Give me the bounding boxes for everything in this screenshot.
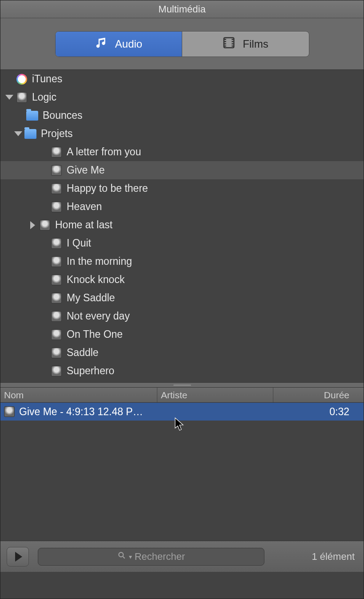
logic-project-icon bbox=[50, 366, 62, 376]
svg-rect-2 bbox=[224, 41, 226, 42]
tree-label: Superhero bbox=[67, 365, 114, 377]
logic-project-icon bbox=[50, 275, 62, 285]
tree-item-project[interactable]: Heaven bbox=[0, 198, 364, 216]
spacer bbox=[40, 312, 48, 321]
search-input[interactable]: ▾ Rechercher bbox=[38, 548, 264, 566]
disclosure-triangle-icon[interactable] bbox=[28, 221, 37, 230]
tree-item-project[interactable]: Not every day bbox=[0, 307, 364, 325]
svg-point-9 bbox=[119, 552, 123, 557]
svg-rect-1 bbox=[224, 39, 226, 40]
tree-label: On The One bbox=[67, 328, 123, 340]
spacer bbox=[16, 111, 24, 120]
source-tree: iTunes Logic Bounces Projets A letter fr… bbox=[0, 70, 364, 382]
toolbar: Audio Films bbox=[0, 18, 364, 70]
spacer bbox=[40, 184, 48, 193]
tab-films[interactable]: Films bbox=[182, 32, 309, 57]
spacer bbox=[5, 75, 14, 84]
tree-item-project[interactable]: I Quit bbox=[0, 234, 364, 252]
play-icon bbox=[15, 552, 22, 562]
spacer bbox=[40, 367, 48, 376]
table-header: Nom Artiste Durée bbox=[0, 388, 364, 403]
tree-label: In the morning bbox=[67, 255, 132, 267]
tree-label: I Quit bbox=[67, 237, 91, 249]
logic-project-icon bbox=[50, 329, 62, 340]
tab-audio[interactable]: Audio bbox=[56, 32, 182, 57]
logic-project-icon bbox=[50, 165, 62, 176]
logic-project-icon bbox=[50, 311, 62, 322]
logic-app-icon bbox=[16, 92, 28, 103]
tree-item-project[interactable]: My Saddle bbox=[0, 289, 364, 307]
tree-item-project[interactable]: Happy to be there bbox=[0, 179, 364, 198]
tab-films-label: Films bbox=[243, 38, 268, 50]
spacer bbox=[40, 294, 48, 303]
spacer bbox=[40, 257, 48, 266]
logic-project-icon bbox=[50, 293, 62, 304]
logic-project-icon bbox=[50, 348, 62, 358]
media-type-segment: Audio Films bbox=[55, 31, 309, 57]
table-row[interactable]: Give Me - 4:9:13 12.48 P…0:32 bbox=[0, 403, 364, 421]
svg-rect-7 bbox=[232, 43, 234, 45]
logic-project-icon bbox=[50, 238, 62, 249]
tree-label: Bounces bbox=[43, 109, 83, 121]
cell-name: Give Me - 4:9:13 12.48 P… bbox=[0, 406, 157, 418]
tree-item-project[interactable]: Give Me bbox=[0, 161, 364, 179]
spacer bbox=[40, 330, 48, 339]
svg-rect-5 bbox=[232, 39, 234, 40]
spacer bbox=[40, 202, 48, 211]
tree-label: Home at last bbox=[55, 219, 112, 231]
play-button[interactable] bbox=[7, 547, 29, 567]
tree-label: Happy to be there bbox=[67, 182, 148, 194]
film-icon bbox=[222, 36, 236, 52]
tree-item-project[interactable]: On The One bbox=[0, 325, 364, 344]
cell-duration: 0:32 bbox=[273, 406, 364, 418]
tree-label: iTunes bbox=[32, 73, 62, 85]
spacer bbox=[40, 166, 48, 175]
cell-name-text: Give Me - 4:9:13 12.48 P… bbox=[19, 406, 143, 418]
column-header-artist[interactable]: Artiste bbox=[157, 388, 273, 402]
tree-label: Give Me bbox=[67, 164, 105, 176]
itunes-icon bbox=[16, 74, 28, 85]
tree-item-project[interactable]: A letter from you bbox=[0, 143, 364, 161]
logic-project-icon bbox=[39, 220, 51, 231]
split-handle[interactable] bbox=[0, 382, 364, 388]
svg-rect-8 bbox=[232, 45, 234, 47]
tree-label: Logic bbox=[32, 91, 56, 103]
search-icon bbox=[117, 551, 126, 563]
logic-project-icon bbox=[4, 406, 15, 417]
tree-label: Not every day bbox=[67, 310, 130, 322]
tree-label: My Saddle bbox=[67, 292, 115, 304]
svg-rect-6 bbox=[232, 41, 234, 42]
tree-item-project[interactable]: Home at last bbox=[0, 216, 364, 234]
tree-item-logic[interactable]: Logic bbox=[0, 88, 364, 106]
folder-icon bbox=[26, 111, 38, 121]
spacer bbox=[40, 239, 48, 248]
folder-icon bbox=[24, 129, 36, 139]
search-placeholder: Rechercher bbox=[135, 551, 185, 563]
column-header-name[interactable]: Nom bbox=[0, 388, 157, 402]
logic-project-icon bbox=[50, 202, 62, 212]
disclosure-triangle-icon[interactable] bbox=[5, 93, 14, 102]
music-note-icon bbox=[95, 36, 108, 52]
tree-item-project[interactable]: Superhero bbox=[0, 362, 364, 380]
window-title: Multimédia bbox=[0, 0, 364, 18]
spacer bbox=[40, 275, 48, 284]
tree-item-itunes[interactable]: iTunes bbox=[0, 70, 364, 88]
tree-label: Heaven bbox=[67, 201, 102, 213]
spacer bbox=[40, 348, 48, 357]
tab-audio-label: Audio bbox=[115, 38, 142, 50]
logic-project-icon bbox=[50, 183, 62, 194]
svg-rect-3 bbox=[224, 43, 226, 45]
tree-item-project[interactable]: Knock knock bbox=[0, 271, 364, 289]
disclosure-triangle-icon[interactable] bbox=[14, 130, 23, 138]
logic-project-icon bbox=[50, 256, 62, 267]
column-header-duration[interactable]: Durée bbox=[273, 388, 364, 402]
logic-project-icon bbox=[50, 147, 62, 158]
tree-label: Knock knock bbox=[67, 274, 124, 286]
tree-label: Projets bbox=[41, 128, 73, 140]
chevron-down-icon: ▾ bbox=[129, 553, 132, 560]
tree-item-bounces[interactable]: Bounces bbox=[0, 106, 364, 125]
spacer bbox=[40, 148, 48, 157]
tree-item-project[interactable]: Saddle bbox=[0, 344, 364, 362]
tree-item-project[interactable]: In the morning bbox=[0, 252, 364, 271]
tree-item-projets[interactable]: Projets bbox=[0, 125, 364, 143]
